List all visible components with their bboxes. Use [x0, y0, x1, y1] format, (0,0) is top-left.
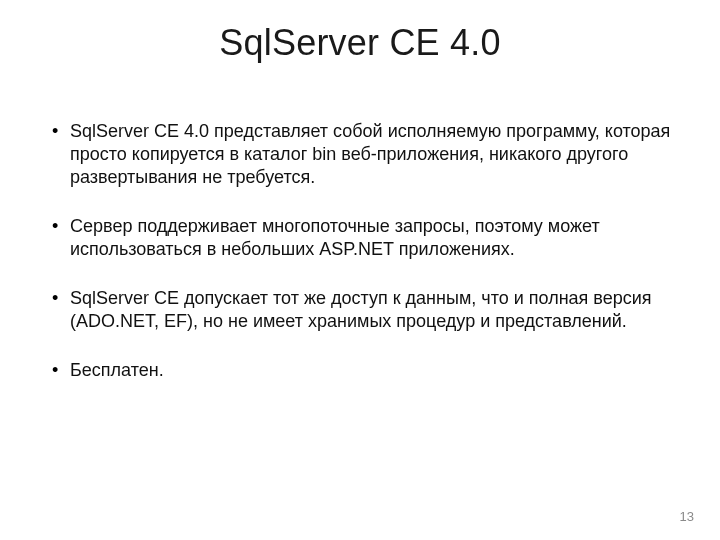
slide-title: SqlServer CE 4.0 [0, 22, 720, 64]
bullet-list: SqlServer CE 4.0 представляет собой испо… [48, 120, 672, 382]
slide-body: SqlServer CE 4.0 представляет собой испо… [48, 120, 672, 408]
slide: SqlServer CE 4.0 SqlServer CE 4.0 предст… [0, 0, 720, 540]
bullet-item: Бесплатен. [48, 359, 672, 382]
bullet-item: SqlServer CE 4.0 представляет собой испо… [48, 120, 672, 189]
bullet-item: SqlServer CE допускает тот же доступ к д… [48, 287, 672, 333]
page-number: 13 [680, 509, 694, 524]
bullet-item: Сервер поддерживает многопоточные запрос… [48, 215, 672, 261]
